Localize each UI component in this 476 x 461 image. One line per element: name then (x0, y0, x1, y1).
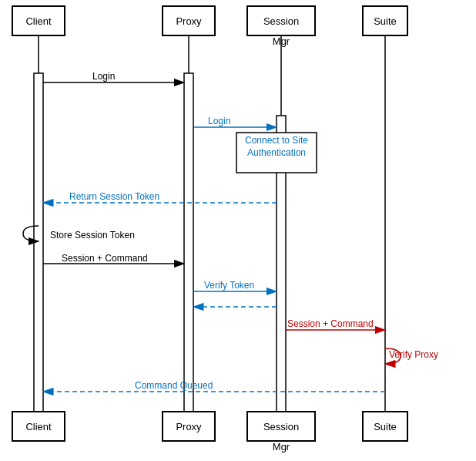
label-login2: Login (208, 116, 230, 126)
label-session-cmd2: Session + Command (287, 318, 374, 329)
label-login1: Login (92, 71, 115, 82)
svg-rect-5 (184, 73, 193, 412)
actor-suite-bottom: Suite (362, 411, 408, 442)
label-return-token: Return Session Token (69, 191, 159, 202)
actor-client-bottom: Client (12, 411, 65, 442)
label-session-cmd1: Session + Command (62, 253, 148, 264)
label-connect-auth: Connect to Site Authentication (238, 135, 315, 159)
actor-client-top: Client (12, 5, 65, 36)
actor-sessionmgr-top: Session Mgr (246, 5, 316, 36)
actor-proxy-bottom: Proxy (162, 411, 216, 442)
label-store-token: Store Session Token (50, 230, 135, 241)
actor-proxy-top: Proxy (162, 5, 216, 36)
actor-sessionmgr-bottom: Session Mgr (246, 411, 316, 442)
label-cmd-queued: Command Queued (135, 380, 213, 391)
actor-suite-top: Suite (362, 5, 408, 36)
label-verify-token: Verify Token (204, 280, 254, 291)
sequence-diagram: Client Proxy Session Mgr Suite Client Pr… (0, 0, 476, 461)
label-verify-proxy: Verify Proxy (389, 349, 438, 360)
svg-rect-4 (34, 73, 43, 412)
